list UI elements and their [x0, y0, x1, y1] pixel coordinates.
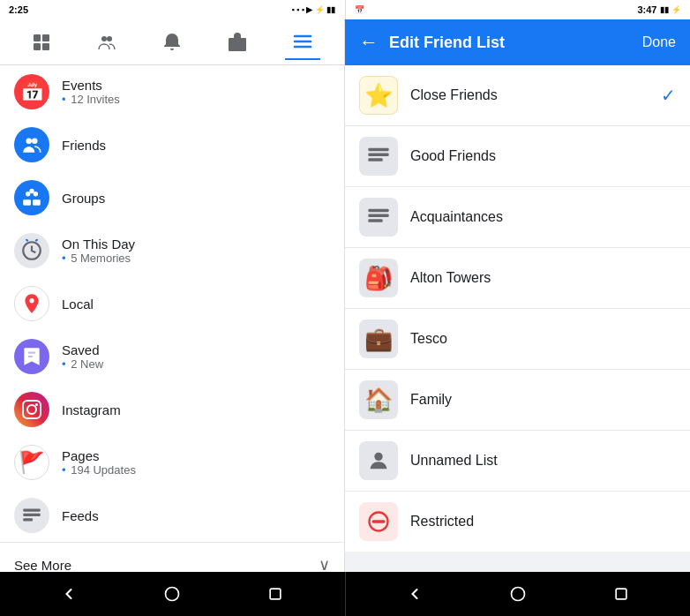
- friend-list-acquaintances[interactable]: Acquaintances: [345, 187, 690, 248]
- home-nav-button[interactable]: [156, 578, 188, 610]
- on-this-day-sub: • 5 Memories: [62, 252, 135, 265]
- svg-point-24: [35, 403, 38, 406]
- tesco-name: Tesco: [410, 331, 676, 347]
- restricted-name: Restricted: [410, 514, 676, 530]
- events-sub: • 12 Invites: [62, 93, 120, 106]
- svg-point-16: [29, 189, 34, 193]
- events-title: Events: [62, 78, 120, 93]
- right-home-button[interactable]: [502, 578, 534, 610]
- svg-point-15: [34, 192, 38, 196]
- see-more-label: See More: [14, 558, 319, 573]
- friend-list-alton-towers[interactable]: 🎒 Alton Towers: [345, 248, 690, 309]
- friend-list-tesco[interactable]: 💼 Tesco: [345, 309, 690, 370]
- alton-towers-name: Alton Towers: [410, 270, 676, 286]
- restricted-icon: [359, 502, 398, 541]
- svg-rect-34: [368, 214, 388, 218]
- right-bottom-nav: [346, 572, 691, 616]
- friend-list-family[interactable]: 🏠 Family: [345, 370, 690, 431]
- right-recent-button[interactable]: [605, 578, 637, 610]
- svg-rect-25: [23, 508, 41, 511]
- nav-friends[interactable]: [89, 25, 124, 60]
- svg-rect-42: [616, 589, 626, 599]
- good-friends-icon: [359, 137, 398, 176]
- on-this-day-title: On This Day: [62, 237, 135, 252]
- svg-point-36: [374, 453, 382, 461]
- svg-rect-27: [23, 518, 33, 521]
- friend-list-good-friends[interactable]: Good Friends: [345, 126, 690, 187]
- svg-rect-40: [270, 589, 281, 599]
- svg-point-5: [107, 36, 112, 41]
- friend-list-restricted[interactable]: Restricted: [345, 492, 690, 552]
- svg-rect-3: [42, 43, 49, 50]
- saved-title: Saved: [62, 342, 103, 357]
- saved-sub: • 2 New: [62, 357, 103, 371]
- svg-rect-33: [368, 209, 388, 213]
- close-friends-check: ✓: [661, 85, 676, 106]
- svg-rect-0: [34, 34, 41, 41]
- nav-notifications[interactable]: [154, 25, 190, 60]
- svg-rect-20: [28, 352, 36, 354]
- family-icon: 🏠: [359, 380, 398, 419]
- svg-rect-18: [33, 199, 41, 206]
- friend-list-close-friends[interactable]: ⭐ Close Friends ✓: [345, 65, 690, 126]
- good-friends-name: Good Friends: [410, 148, 676, 164]
- svg-rect-32: [368, 158, 382, 162]
- left-item-friends[interactable]: Friends: [0, 118, 344, 171]
- svg-rect-21: [28, 356, 33, 357]
- left-item-feeds[interactable]: Feeds: [0, 489, 344, 542]
- svg-rect-31: [368, 154, 388, 157]
- left-item-groups[interactable]: Groups: [0, 171, 344, 224]
- svg-rect-30: [368, 148, 388, 152]
- svg-point-41: [511, 588, 524, 601]
- unnamed-list-icon: [359, 441, 398, 480]
- recent-nav-button[interactable]: [259, 578, 291, 610]
- instagram-title: Instagram: [62, 402, 121, 417]
- svg-rect-1: [42, 34, 49, 41]
- right-time: 3:47: [637, 4, 656, 15]
- svg-rect-22: [23, 401, 41, 418]
- left-status-icons: ▪ ▪ ▪ ▶ ⚡ ▮▮: [291, 5, 335, 14]
- groups-title: Groups: [62, 191, 105, 206]
- svg-point-13: [32, 138, 38, 144]
- svg-point-4: [101, 36, 107, 41]
- family-name: Family: [410, 392, 676, 408]
- friends-title: Friends: [62, 138, 106, 153]
- svg-point-23: [27, 405, 36, 414]
- pages-title: Pages: [62, 448, 136, 463]
- svg-rect-17: [23, 199, 31, 206]
- right-status-icons: ▮▮ ⚡: [660, 5, 681, 14]
- svg-point-14: [26, 192, 30, 196]
- see-more-chevron: ∨: [319, 555, 330, 572]
- right-header-title: Edit Friend List: [389, 34, 632, 52]
- left-item-saved[interactable]: Saved • 2 New: [0, 330, 344, 383]
- left-time: 2:25: [9, 4, 28, 15]
- left-item-on-this-day[interactable]: On This Day • 5 Memories: [0, 224, 344, 277]
- left-item-local[interactable]: Local: [0, 277, 344, 330]
- tesco-icon: 💼: [359, 319, 398, 358]
- left-bottom-nav: [0, 572, 346, 616]
- alton-towers-icon: 🎒: [359, 259, 398, 297]
- close-friends-icon: ⭐: [359, 76, 398, 115]
- nav-marketplace[interactable]: [220, 25, 255, 60]
- svg-rect-35: [368, 219, 382, 222]
- friend-list-unnamed[interactable]: Unnamed List: [345, 431, 690, 492]
- back-button[interactable]: ←: [359, 31, 379, 54]
- left-item-instagram[interactable]: Instagram: [0, 383, 344, 436]
- back-nav-button[interactable]: [53, 578, 85, 610]
- close-friends-name: Close Friends: [410, 87, 649, 103]
- unnamed-list-name: Unnamed List: [410, 453, 676, 469]
- acquaintances-name: Acquaintances: [410, 209, 676, 225]
- nav-menu[interactable]: [285, 25, 320, 60]
- left-item-events[interactable]: 📅 Events • 12 Invites: [0, 65, 344, 118]
- pages-sub: • 194 Updates: [62, 463, 136, 477]
- svg-rect-26: [23, 514, 41, 516]
- see-more-item[interactable]: See More ∨: [0, 542, 344, 572]
- right-date-icon: 📅: [355, 5, 364, 14]
- right-back-button[interactable]: [399, 578, 431, 610]
- svg-point-39: [166, 588, 179, 601]
- left-item-pages[interactable]: 🚩 Pages • 194 Updates: [0, 436, 344, 489]
- local-title: Local: [62, 297, 94, 312]
- svg-point-12: [26, 138, 33, 144]
- nav-home[interactable]: [24, 25, 59, 60]
- done-button[interactable]: Done: [642, 34, 676, 50]
